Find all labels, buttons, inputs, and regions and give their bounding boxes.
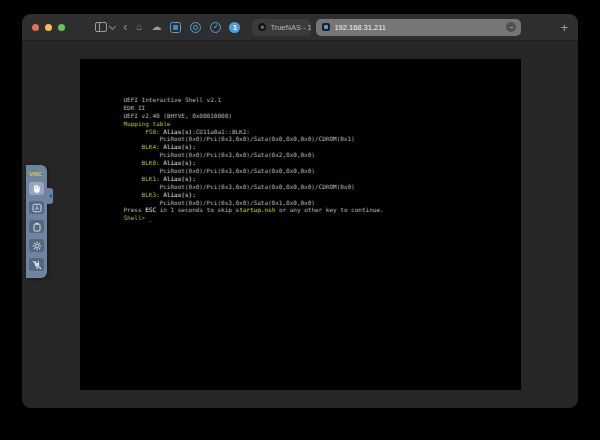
novnc-control-bar: no VNC A: [26, 165, 47, 278]
terminal-line: BLK0: Alias(s):: [124, 159, 384, 167]
minimize-window-button[interactable]: [45, 24, 52, 31]
new-tab-button[interactable]: +: [560, 21, 568, 34]
wheel-icon: [190, 22, 201, 33]
terminal-cursor: _: [149, 214, 153, 221]
terminal-output: UEFI Interactive Shell v2.1EDK IIUEFI v2…: [124, 96, 384, 222]
terminal-line: FS0: Alias(s):CD11a0a1::BLK2:: [124, 128, 384, 136]
terminal-line: Shell> _: [124, 214, 384, 222]
checkmark-circle-icon: ✓: [210, 22, 221, 33]
terminal-line: Press ESC in 1 seconds to skip startup.n…: [124, 206, 384, 214]
settings-button[interactable]: [29, 239, 44, 252]
zoom-window-button[interactable]: [58, 24, 65, 31]
extension-button-1[interactable]: [170, 22, 181, 33]
extension-square-icon: [170, 22, 181, 33]
gear-icon: [32, 241, 42, 251]
vnc-screen[interactable]: UEFI Interactive Shell v2.1EDK IIUEFI v2…: [80, 59, 521, 390]
tab-truenas[interactable]: ✕ TrueNAS - 192.16…: [252, 19, 311, 36]
cloud-tabs-button[interactable]: ☁: [151, 22, 161, 32]
disconnect-plug-icon: [32, 260, 42, 270]
browser-window: ‹ ⌂ ☁ ✓ 1 ✕ TrueNAS - 192.16… 192.168.31…: [22, 14, 578, 408]
terminal-line: PciRoot(0x0)/Pci(0x3,0x0)/Sata(0x1,0x0,0…: [124, 199, 384, 207]
control-bar-handle[interactable]: [47, 188, 53, 204]
chevron-down-icon: [109, 22, 116, 29]
tab-active-ip[interactable]: 192.168.31.211 −: [316, 19, 521, 36]
clipboard-button[interactable]: [29, 220, 44, 233]
back-button[interactable]: ‹: [123, 22, 127, 33]
disconnect-button[interactable]: [29, 258, 44, 271]
svg-text:A: A: [35, 205, 39, 211]
hand-icon: [32, 184, 42, 194]
novnc-logo-bottom: VNC: [29, 172, 47, 177]
terminal-line: UEFI v2.40 (BHYVE, 0x00010000): [124, 112, 384, 120]
cloud-icon: ☁: [151, 22, 161, 32]
tab-truenas-label: TrueNAS - 192.16…: [270, 23, 311, 32]
window-controls: [32, 24, 65, 31]
minus-icon: −: [509, 24, 513, 31]
clipboard-icon: [32, 222, 42, 232]
browser-toolbar: ‹ ⌂ ☁ ✓ 1 ✕ TrueNAS - 192.16… 192.168.31…: [22, 14, 578, 41]
terminal-line: PciRoot(0x0)/Pci(0x3,0x0)/Sata(0x0,0x0,0…: [124, 135, 384, 143]
terminal-line: BLK1: Alias(s):: [124, 175, 384, 183]
terminal-line: BLK4: Alias(s):: [124, 143, 384, 151]
back-icon: ‹: [123, 20, 127, 33]
sidebar-icon: [95, 22, 107, 32]
extension-button-3[interactable]: ✓: [210, 22, 221, 33]
page-content: UEFI Interactive Shell v2.1EDK IIUEFI v2…: [22, 41, 578, 408]
terminal-line: EDK II: [124, 104, 384, 112]
onepassword-button[interactable]: 1: [229, 22, 240, 33]
home-icon: ⌂: [136, 22, 142, 32]
terminal-line: PciRoot(0x0)/Pci(0x3,0x0)/Sata(0x2,0x0,0…: [124, 151, 384, 159]
onepassword-icon: 1: [229, 22, 240, 33]
novnc-logo: no VNC: [26, 165, 47, 177]
keyboard-icon: A: [32, 203, 42, 213]
terminal-line: Mapping table: [124, 120, 384, 128]
truenas-favicon: ✕: [258, 23, 266, 31]
home-button[interactable]: ⌂: [136, 22, 142, 32]
extension-button-2[interactable]: [190, 22, 201, 33]
terminal-line: PciRoot(0x0)/Pci(0x3,0x0)/Sata(0x0,0x0,0…: [124, 183, 384, 191]
tab-close-button[interactable]: −: [506, 22, 516, 32]
tab-active-label: 192.168.31.211: [334, 23, 386, 32]
terminal-line: UEFI Interactive Shell v2.1: [124, 96, 384, 104]
drag-viewport-button[interactable]: [29, 182, 44, 195]
terminal-line: PciRoot(0x0)/Pci(0x3,0x0)/Sata(0x0,0x0,0…: [124, 167, 384, 175]
terminal-line: BLK3: Alias(s):: [124, 191, 384, 199]
close-window-button[interactable]: [32, 24, 39, 31]
sidebar-toggle-button[interactable]: [95, 22, 115, 32]
ip-tab-favicon: [322, 23, 330, 31]
keyboard-button[interactable]: A: [29, 201, 44, 214]
